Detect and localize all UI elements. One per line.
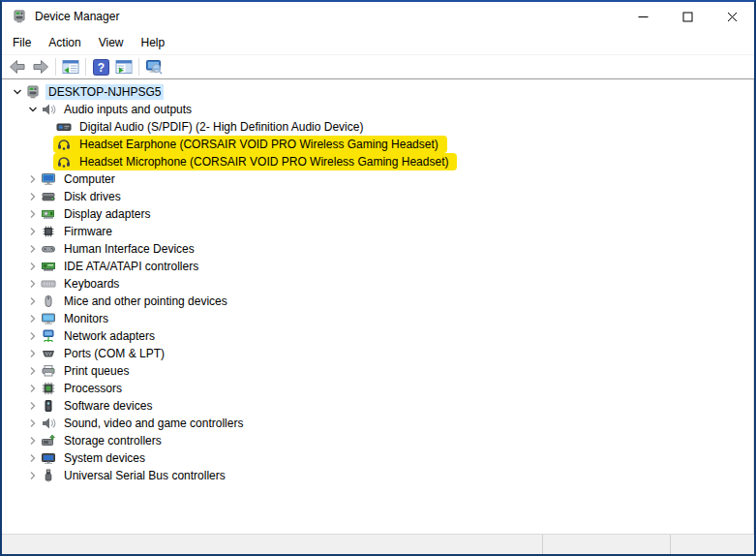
tree-item[interactable]: Headset Earphone (CORSAIR VOID PRO Wirel… [2, 136, 753, 153]
tree-item[interactable]: Human Interface Devices [2, 240, 753, 258]
tree-item-label: Display adapters [61, 206, 153, 222]
tree-item[interactable]: System devices [2, 449, 753, 467]
chevron-collapsed-icon[interactable] [25, 468, 41, 483]
chevron-collapsed-icon[interactable] [25, 189, 41, 204]
tree-item[interactable]: Audio inputs and outputs [2, 101, 753, 118]
chevron-collapsed-icon[interactable] [25, 363, 41, 379]
chevron-collapsed-icon[interactable] [25, 171, 41, 187]
tree-item[interactable]: IDE ATA/ATAPI controllers [2, 258, 753, 275]
display-icon [41, 206, 56, 222]
tree-item[interactable]: Firmware [2, 223, 753, 240]
tree-item[interactable]: Universal Serial Bus controllers [2, 467, 753, 484]
tree-item-label: Monitors [61, 311, 111, 326]
scan-hardware-icon [145, 59, 164, 76]
tree-item[interactable]: Headset Microphone (CORSAIR VOID PRO Wir… [2, 153, 753, 170]
tree-item-label: Firmware [61, 224, 115, 239]
menu-action[interactable]: Action [40, 33, 89, 52]
usb-icon [41, 468, 56, 483]
audio-icon [41, 102, 56, 117]
chevron-collapsed-icon[interactable] [25, 328, 41, 344]
tree-item-content: Keyboards [41, 275, 122, 293]
tree-item[interactable]: Computer [2, 170, 753, 188]
tree-item-label: Disk drives [61, 189, 124, 204]
chevron-collapsed-icon[interactable] [25, 433, 41, 448]
tree-item[interactable]: Display adapters [2, 205, 753, 223]
tree-item[interactable]: Ports (COM & LPT) [2, 345, 753, 362]
tree-item-label: Mice and other pointing devices [61, 293, 230, 309]
chevron-collapsed-icon[interactable] [25, 450, 41, 466]
tree-item-content: Ports (COM & LPT) [41, 345, 167, 362]
network-icon [41, 328, 56, 344]
help-button[interactable]: ? [89, 56, 112, 77]
forward-arrow-icon [32, 59, 49, 75]
menu-view[interactable]: View [90, 33, 133, 52]
sound-icon [41, 416, 56, 431]
headset-icon [56, 154, 72, 170]
menu-file[interactable]: File [4, 33, 40, 52]
chevron-collapsed-icon[interactable] [25, 224, 41, 239]
tree-item[interactable]: Print queues [2, 362, 753, 380]
chevron-collapsed-icon[interactable] [25, 259, 41, 274]
tree-item[interactable]: Digital Audio (S/PDIF) (2- High Definiti… [2, 118, 753, 136]
device-manager-icon[interactable] [12, 9, 27, 24]
tree-item-content: Digital Audio (S/PDIF) (2- High Definiti… [56, 118, 366, 136]
device-tree: DESKTOP-NJHPSG5Audio inputs and outputsD… [2, 79, 754, 534]
title-bar: Device Manager [2, 2, 754, 31]
chevron-expanded-icon[interactable] [25, 102, 41, 117]
tree-item[interactable]: Monitors [2, 310, 753, 327]
help-icon: ? [93, 59, 109, 76]
chevron-collapsed-icon[interactable] [25, 381, 41, 396]
chevron-collapsed-icon[interactable] [25, 398, 41, 414]
tree-item-label: Network adapters [61, 328, 158, 344]
action-pane-icon [115, 59, 133, 75]
maximize-button[interactable] [665, 2, 710, 31]
minimize-button[interactable] [620, 2, 665, 31]
chevron-collapsed-icon[interactable] [25, 346, 41, 361]
keyboard-icon [41, 276, 56, 292]
chevron-collapsed-icon[interactable] [25, 311, 41, 326]
tree-item[interactable]: Mice and other pointing devices [2, 293, 753, 310]
tree-item[interactable]: Software devices [2, 397, 753, 415]
chevron-expanded-icon[interactable] [10, 84, 25, 100]
tree-item-content: Firmware [41, 223, 115, 240]
system-icon [41, 450, 56, 466]
chevron-collapsed-icon[interactable] [25, 276, 41, 292]
tree-item-label: Headset Earphone (CORSAIR VOID PRO Wirel… [76, 137, 441, 152]
console-tree-icon [62, 59, 79, 75]
tree-item-content: Software devices [41, 397, 155, 415]
menu-help[interactable]: Help [133, 33, 174, 52]
tree-item-label: Computer [61, 171, 118, 187]
chevron-collapsed-icon[interactable] [25, 206, 41, 222]
tree-item-label: Universal Serial Bus controllers [61, 468, 228, 483]
tree-item[interactable]: Network adapters [2, 327, 753, 345]
tree-item[interactable]: DESKTOP-NJHPSG5 [2, 83, 753, 101]
show-hide-action-pane-button[interactable] [112, 56, 136, 77]
tree-item-content: Sound, video and game controllers [41, 415, 246, 432]
show-hide-console-tree-button[interactable] [59, 56, 82, 77]
tree-item[interactable]: Sound, video and game controllers [2, 415, 753, 432]
software-icon [41, 398, 56, 414]
back-button[interactable] [6, 56, 29, 77]
forward-button[interactable] [29, 56, 52, 77]
tree-item-content: Human Interface Devices [41, 240, 197, 258]
ports-icon [41, 346, 56, 361]
tree-item[interactable]: Keyboards [2, 275, 753, 293]
tree-item[interactable]: Storage controllers [2, 432, 753, 449]
disk-icon [41, 189, 56, 204]
sound-card-icon [56, 119, 72, 135]
highlight-annotation: Headset Microphone (CORSAIR VOID PRO Wir… [53, 153, 457, 170]
firmware-icon [41, 224, 56, 239]
tree-item-content: Monitors [41, 310, 111, 327]
back-arrow-icon [9, 59, 26, 75]
chevron-collapsed-icon[interactable] [25, 293, 41, 309]
ide-icon [41, 259, 56, 274]
close-button[interactable] [710, 2, 754, 31]
scan-hardware-changes-button[interactable] [142, 56, 166, 77]
tree-item-content: DESKTOP-NJHPSG5 [25, 83, 164, 101]
tree-item-content: System devices [41, 449, 148, 467]
highlight-annotation: Headset Earphone (CORSAIR VOID PRO Wirel… [53, 136, 447, 153]
chevron-collapsed-icon[interactable] [25, 416, 41, 431]
tree-item[interactable]: Processors [2, 380, 753, 397]
chevron-collapsed-icon[interactable] [25, 241, 41, 257]
tree-item[interactable]: Disk drives [2, 188, 753, 205]
